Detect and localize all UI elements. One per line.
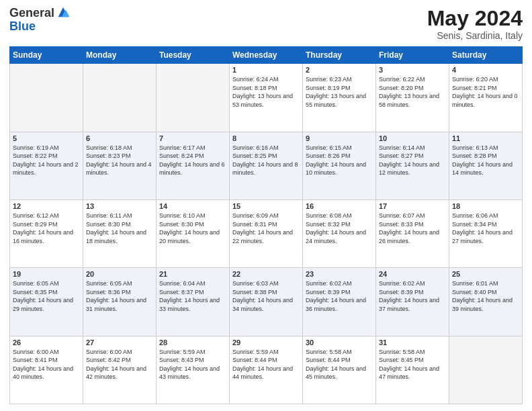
table-row: 11Sunrise: 6:13 AMSunset: 8:28 PMDayligh… — [449, 132, 523, 199]
day-number: 31 — [379, 338, 446, 347]
daylight-text: Daylight: 14 hours and 10 minutes. — [306, 161, 373, 177]
sunset-text: Sunset: 8:39 PM — [306, 288, 373, 297]
table-row: 24Sunrise: 6:02 AMSunset: 8:39 PMDayligh… — [376, 268, 449, 336]
sunrise-text: Sunrise: 6:03 AM — [232, 279, 300, 288]
sunset-text: Sunset: 8:24 PM — [159, 152, 226, 161]
daylight-text: Daylight: 14 hours and 33 minutes. — [159, 296, 226, 313]
sunset-text: Sunset: 8:41 PM — [13, 356, 80, 365]
daylight-text: Daylight: 14 hours and 24 minutes. — [306, 228, 373, 245]
cell-info: Sunrise: 6:04 AMSunset: 8:37 PMDaylight:… — [159, 279, 226, 313]
cell-info: Sunrise: 6:09 AMSunset: 8:31 PMDaylight:… — [232, 212, 300, 245]
table-row — [157, 64, 230, 132]
sunrise-text: Sunrise: 6:18 AM — [86, 144, 153, 152]
sunrise-text: Sunrise: 6:13 AM — [452, 144, 519, 152]
sunrise-text: Sunrise: 6:09 AM — [232, 212, 300, 220]
cell-info: Sunrise: 6:20 AMSunset: 8:21 PMDaylight:… — [452, 75, 519, 109]
sunrise-text: Sunrise: 6:01 AM — [452, 279, 519, 288]
day-number: 6 — [86, 134, 153, 142]
daylight-text: Daylight: 14 hours and 8 minutes. — [232, 161, 300, 177]
day-number: 3 — [379, 66, 446, 74]
calendar-week-row: 19Sunrise: 6:05 AMSunset: 8:35 PMDayligh… — [10, 268, 523, 336]
sunrise-text: Sunrise: 6:22 AM — [379, 75, 446, 84]
daylight-text: Daylight: 14 hours and 6 minutes. — [159, 161, 226, 177]
daylight-text: Daylight: 14 hours and 14 minutes. — [452, 161, 519, 177]
sunrise-text: Sunrise: 6:23 AM — [306, 75, 373, 84]
table-row: 6Sunrise: 6:18 AMSunset: 8:23 PMDaylight… — [83, 132, 157, 199]
table-row: 3Sunrise: 6:22 AMSunset: 8:20 PMDaylight… — [376, 64, 449, 132]
sunset-text: Sunset: 8:29 PM — [13, 220, 80, 229]
col-tuesday: Tuesday — [157, 47, 230, 64]
sunset-text: Sunset: 8:21 PM — [452, 84, 519, 93]
cell-info: Sunrise: 6:23 AMSunset: 8:19 PMDaylight:… — [306, 75, 373, 109]
logo-blue-text: Blue — [9, 20, 71, 34]
sunset-text: Sunset: 8:18 PM — [232, 84, 300, 93]
sunset-text: Sunset: 8:42 PM — [86, 356, 153, 365]
day-number: 11 — [452, 134, 519, 142]
day-number: 14 — [159, 202, 226, 210]
sunset-text: Sunset: 8:23 PM — [86, 152, 153, 161]
table-row: 2Sunrise: 6:23 AMSunset: 8:19 PMDaylight… — [303, 64, 376, 132]
daylight-text: Daylight: 14 hours and 18 minutes. — [86, 228, 153, 245]
table-row: 13Sunrise: 6:11 AMSunset: 8:30 PMDayligh… — [83, 199, 157, 267]
daylight-text: Daylight: 14 hours and 4 minutes. — [86, 161, 153, 177]
daylight-text: Daylight: 14 hours and 42 minutes. — [86, 365, 153, 381]
table-row: 26Sunrise: 6:00 AMSunset: 8:41 PMDayligh… — [10, 336, 83, 404]
sunrise-text: Sunrise: 6:24 AM — [232, 75, 300, 84]
sunrise-text: Sunrise: 6:15 AM — [306, 144, 373, 152]
day-number: 15 — [232, 202, 300, 210]
sunrise-text: Sunrise: 6:04 AM — [159, 279, 226, 288]
col-wednesday: Wednesday — [230, 47, 303, 64]
sunset-text: Sunset: 8:40 PM — [452, 288, 519, 297]
daylight-text: Daylight: 14 hours and 16 minutes. — [13, 228, 80, 245]
day-number: 24 — [379, 270, 446, 278]
sunrise-text: Sunrise: 6:08 AM — [306, 212, 373, 220]
sunrise-text: Sunrise: 6:19 AM — [13, 144, 80, 152]
sunset-text: Sunset: 8:20 PM — [379, 84, 446, 93]
day-number: 21 — [159, 270, 226, 278]
col-friday: Friday — [376, 47, 449, 64]
table-row: 31Sunrise: 5:58 AMSunset: 8:45 PMDayligh… — [376, 336, 449, 404]
daylight-text: Daylight: 14 hours and 40 minutes. — [13, 365, 80, 381]
daylight-text: Daylight: 13 hours and 53 minutes. — [232, 92, 300, 109]
cell-info: Sunrise: 6:13 AMSunset: 8:28 PMDaylight:… — [452, 144, 519, 177]
table-row: 19Sunrise: 6:05 AMSunset: 8:35 PMDayligh… — [10, 268, 83, 336]
cell-info: Sunrise: 5:58 AMSunset: 8:44 PMDaylight:… — [306, 348, 373, 381]
day-number: 20 — [86, 270, 153, 278]
calendar-week-row: 26Sunrise: 6:00 AMSunset: 8:41 PMDayligh… — [10, 336, 523, 404]
header: General Blue May 2024 Senis, Sardinia, I… — [9, 7, 523, 41]
daylight-text: Daylight: 14 hours and 26 minutes. — [379, 228, 446, 245]
table-row: 10Sunrise: 6:14 AMSunset: 8:27 PMDayligh… — [376, 132, 449, 199]
table-row: 22Sunrise: 6:03 AMSunset: 8:38 PMDayligh… — [230, 268, 303, 336]
cell-info: Sunrise: 6:19 AMSunset: 8:22 PMDaylight:… — [13, 144, 80, 177]
sunrise-text: Sunrise: 5:59 AM — [159, 348, 226, 357]
day-number: 22 — [232, 270, 300, 278]
calendar-week-row: 5Sunrise: 6:19 AMSunset: 8:22 PMDaylight… — [10, 132, 523, 199]
sunset-text: Sunset: 8:43 PM — [159, 356, 226, 365]
daylight-text: Daylight: 14 hours and 45 minutes. — [306, 365, 373, 381]
sunset-text: Sunset: 8:35 PM — [13, 288, 80, 297]
daylight-text: Daylight: 14 hours and 20 minutes. — [159, 228, 226, 245]
sunrise-text: Sunrise: 6:00 AM — [13, 348, 80, 357]
day-number: 23 — [306, 270, 373, 278]
table-row: 14Sunrise: 6:10 AMSunset: 8:30 PMDayligh… — [157, 199, 230, 267]
sunrise-text: Sunrise: 6:02 AM — [306, 279, 373, 288]
table-row: 15Sunrise: 6:09 AMSunset: 8:31 PMDayligh… — [230, 199, 303, 267]
day-number: 19 — [13, 270, 80, 278]
day-number: 29 — [232, 338, 300, 347]
cell-info: Sunrise: 6:22 AMSunset: 8:20 PMDaylight:… — [379, 75, 446, 109]
day-number: 1 — [232, 66, 300, 74]
sunrise-text: Sunrise: 5:59 AM — [232, 348, 300, 357]
sunset-text: Sunset: 8:26 PM — [306, 152, 373, 161]
day-number: 4 — [452, 66, 519, 74]
cell-info: Sunrise: 6:05 AMSunset: 8:35 PMDaylight:… — [13, 279, 80, 313]
sunrise-text: Sunrise: 6:07 AM — [379, 212, 446, 220]
calendar-week-row: 12Sunrise: 6:12 AMSunset: 8:29 PMDayligh… — [10, 199, 523, 267]
daylight-text: Daylight: 14 hours and 43 minutes. — [159, 365, 226, 381]
cell-info: Sunrise: 6:17 AMSunset: 8:24 PMDaylight:… — [159, 144, 226, 177]
cell-info: Sunrise: 6:06 AMSunset: 8:34 PMDaylight:… — [452, 212, 519, 245]
page: General Blue May 2024 Senis, Sardinia, I… — [0, 0, 532, 411]
table-row: 4Sunrise: 6:20 AMSunset: 8:21 PMDaylight… — [449, 64, 523, 132]
day-number: 10 — [379, 134, 446, 142]
day-number: 13 — [86, 202, 153, 210]
sunrise-text: Sunrise: 6:17 AM — [159, 144, 226, 152]
